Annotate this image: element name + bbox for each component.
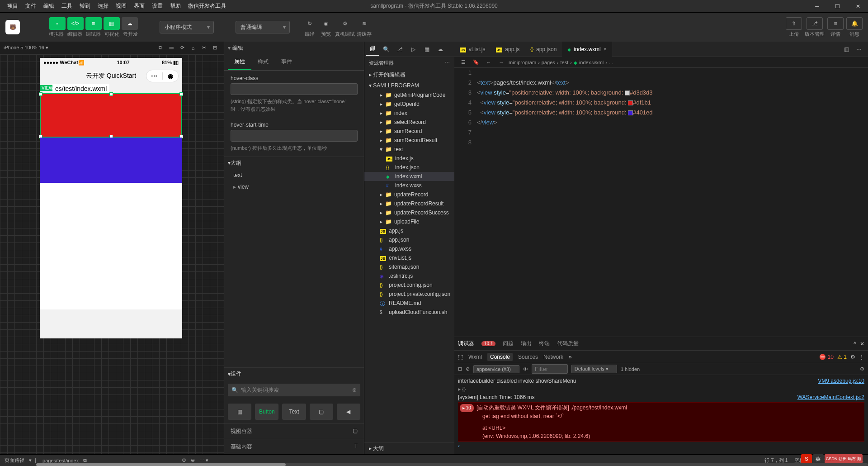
tree-project.config.json[interactable]: project.config.json (364, 281, 454, 290)
outline-section[interactable]: ▸ 大纲 (364, 442, 454, 454)
comp-image[interactable]: ▢ (310, 404, 333, 420)
console-gear-icon[interactable]: ⚙ (860, 366, 864, 372)
menu-goto[interactable]: 转到 (76, 2, 94, 10)
term-tab-quality[interactable]: 代码质量 (557, 340, 579, 347)
menu-view[interactable]: 视图 (112, 2, 130, 10)
bc-seg[interactable]: test (560, 60, 568, 65)
open-editors-section[interactable]: ▸ 打开的编辑器 (364, 69, 454, 81)
comp-button[interactable]: Button (255, 404, 278, 420)
simulator-toggle[interactable]: ▫ (49, 17, 66, 30)
messages-button[interactable]: 🔔 (846, 17, 863, 30)
visual-toggle[interactable]: ▦ (104, 17, 120, 30)
bc-seg[interactable]: ... (609, 60, 613, 65)
preview-button[interactable]: ◉ (319, 17, 333, 30)
tree-updateRecord[interactable]: ▸ updateRecord (364, 190, 454, 199)
panel-up-icon[interactable]: ^ (854, 341, 856, 347)
term-tab-terminal[interactable]: 终端 (539, 340, 550, 347)
minimize-button[interactable]: ─ (807, 0, 827, 13)
warn-count[interactable]: ⚠ 1 (837, 354, 847, 360)
menu-tools[interactable]: 工具 (58, 2, 76, 10)
details-button[interactable]: ≡ (827, 17, 844, 30)
cloud-tab-icon[interactable]: ☁ (434, 43, 447, 56)
outline-text[interactable]: text (224, 169, 364, 181)
cursor-pos[interactable]: 行 7，列 1 (764, 457, 788, 464)
hidden-count[interactable]: 1 hidden (621, 366, 640, 372)
component-search[interactable]: 🔍 输入关键词搜索⊗ (228, 384, 360, 396)
search-tab-icon[interactable]: 🔍 (380, 43, 392, 56)
tree-project.private.config.json[interactable]: project.private.config.json (364, 290, 454, 299)
bc-bookmark-icon[interactable]: 🔖 (471, 59, 481, 65)
sim-device-icon[interactable]: ▭ (166, 45, 177, 51)
devtools-menu-icon[interactable]: ⋮ (859, 354, 864, 360)
term-tab-debugger[interactable]: 调试器 (458, 340, 474, 347)
console-toggle-icon[interactable]: ⊞ (458, 366, 462, 372)
panel-close-icon[interactable]: ✕ (860, 341, 864, 347)
sim-rotate-icon[interactable]: ⟳ (177, 45, 188, 51)
editor-more-icon[interactable]: ⋯ (854, 46, 864, 52)
console-clear-icon[interactable]: ⊘ (466, 366, 470, 372)
compile-button[interactable]: ↻ (302, 17, 317, 30)
close-button[interactable]: ✕ (848, 0, 868, 13)
explorer-more-icon[interactable]: ⋯ (445, 60, 450, 67)
error-count[interactable]: ⛔ 10 (819, 354, 834, 360)
debug-tab-icon[interactable]: ▷ (407, 43, 420, 56)
sim-sep-icon[interactable]: ⊟ (209, 45, 220, 51)
menu-help[interactable]: 帮助 (166, 2, 184, 10)
tree-app.wxss[interactable]: app.wxss (364, 244, 454, 253)
tree-sumRecord[interactable]: ▸ sumRecord (364, 127, 454, 136)
copy-path-icon[interactable]: ⧉ (83, 457, 87, 463)
tree-index.wxml[interactable]: index.wxml (364, 172, 454, 181)
devtab-network[interactable]: Network (543, 354, 563, 360)
tab-appjson[interactable]: app.json (525, 42, 562, 57)
code-editor[interactable]: 12345678 <text>pages/test/index.wxml</te… (454, 68, 868, 337)
tree-selectRecord[interactable]: ▸ selectRecord (364, 118, 454, 127)
tree-test[interactable]: ▾ test (364, 145, 454, 154)
menu-wxtools[interactable]: 微信开发者工具 (184, 2, 230, 10)
devtools-settings-icon[interactable]: ⚙ (850, 354, 855, 360)
devtab-console[interactable]: Console (487, 353, 513, 361)
tree-index.js[interactable]: index.js (364, 154, 454, 163)
tab-events[interactable]: 事件 (275, 54, 298, 70)
devtab-sources[interactable]: Sources (518, 354, 538, 360)
bc-seg[interactable]: miniprogram (509, 60, 536, 65)
comp-layout[interactable]: ▥ (228, 404, 251, 420)
tree-updateRecordSuccess[interactable]: ▸ updateRecordSuccess (364, 208, 454, 217)
tab-props[interactable]: 属性 (228, 54, 251, 70)
editor-scrollbar[interactable] (36, 463, 868, 466)
menu-edit[interactable]: 编辑 (40, 2, 58, 10)
levels-select[interactable]: Default levels ▾ (571, 365, 617, 373)
menu-file[interactable]: 文件 (22, 2, 40, 10)
sim-copy-icon[interactable]: ⧉ (155, 45, 166, 51)
sim-home-icon[interactable]: ⌂ (188, 45, 198, 51)
devtab-more[interactable]: » (569, 354, 572, 360)
page-path[interactable]: pages/test/index (42, 458, 79, 463)
tree-envList.js[interactable]: envList.js (364, 253, 454, 262)
bc-seg[interactable]: index.wxml (579, 60, 604, 65)
tree-uploadCloudFunction.sh[interactable]: uploadCloudFunction.sh (364, 308, 454, 317)
clear-cache-button[interactable]: ≋ (357, 17, 372, 30)
comp-back[interactable]: ◀ (337, 404, 360, 420)
capsule-button[interactable]: ⋯◉ (146, 70, 179, 82)
menu-settings[interactable]: 设置 (148, 2, 166, 10)
tree-index[interactable]: ▸ index (364, 109, 454, 118)
tree-sumRecordResult[interactable]: ▸ sumRecordResult (364, 136, 454, 145)
editor-toggle[interactable]: </> (67, 17, 84, 30)
tree-index.json[interactable]: index.json (364, 163, 454, 172)
tree-uploadFile[interactable]: ▸ uploadFile (364, 217, 454, 226)
explorer-tab-icon[interactable]: 🗐 (366, 43, 379, 56)
tree-app.js[interactable]: app.js (364, 226, 454, 235)
devtab-wxml[interactable]: Wxml (468, 354, 482, 360)
term-tab-problems[interactable]: 问题 (503, 340, 514, 347)
tree-sitemap.json[interactable]: sitemap.json (364, 262, 454, 271)
tab-style[interactable]: 样式 (251, 54, 275, 70)
tree-README.md[interactable]: README.md (364, 299, 454, 308)
console-link[interactable]: VM9 asdebug.js:10 (818, 377, 864, 385)
cat-basic-content[interactable]: 基础内容T (224, 439, 364, 454)
menu-ui[interactable]: 界面 (130, 2, 148, 10)
tree-updateRecordResult[interactable]: ▸ updateRecordResult (364, 199, 454, 208)
split-editor-icon[interactable]: ▥ (841, 46, 852, 52)
ext-tab-icon[interactable]: ▦ (420, 43, 433, 56)
console-filter[interactable] (532, 364, 568, 374)
tree-.eslintrc.js[interactable]: .eslintrc.js (364, 271, 454, 281)
console-link[interactable]: WAServiceMainContext.js:2 (797, 393, 864, 401)
